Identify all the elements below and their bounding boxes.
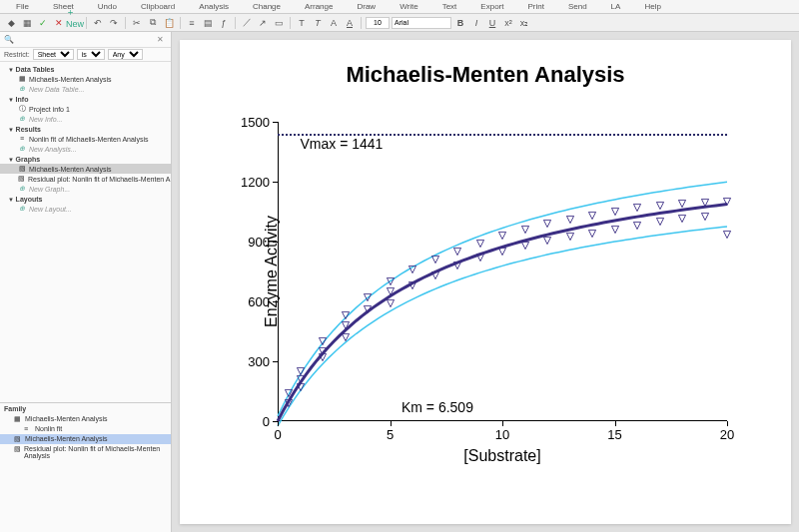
tool-copy-icon[interactable]: ⧉ <box>146 16 160 30</box>
data-point <box>341 321 350 330</box>
menu-write[interactable]: Write <box>400 2 418 11</box>
tool-x-icon[interactable]: ✕ <box>52 16 66 30</box>
nav-item-label: New Info... <box>29 116 62 123</box>
tool-bold-icon[interactable]: B <box>453 16 467 30</box>
tool-fx-icon[interactable]: ƒ <box>217 16 231 30</box>
menu-change[interactable]: Change <box>253 2 281 11</box>
data-point <box>296 383 305 392</box>
tool-table-icon[interactable]: ▦ <box>20 16 34 30</box>
search-input[interactable] <box>14 35 157 44</box>
x-tick-label: 0 <box>274 427 281 442</box>
nav-item[interactable]: ⊕New Analysis... <box>0 144 171 154</box>
tool-paste-icon[interactable]: 📋 <box>162 16 176 30</box>
nav-item-icon: ⊕ <box>18 85 26 93</box>
nav-section[interactable]: Info <box>0 94 171 104</box>
data-point <box>520 226 529 235</box>
data-point <box>700 199 709 208</box>
x-tick <box>391 421 392 426</box>
nav-item-icon: ▧ <box>18 175 25 183</box>
nav-item[interactable]: ⊕New Info... <box>0 114 171 124</box>
nav-item[interactable]: ▧Residual plot: Nonlin fit of Michaelis-… <box>0 174 171 184</box>
x-tick <box>615 421 616 426</box>
nav-item-label: Michaelis-Menten Analysis <box>29 166 111 173</box>
data-point <box>408 266 417 274</box>
menu-draw[interactable]: Draw <box>357 2 376 11</box>
menu-send[interactable]: Send <box>568 2 587 11</box>
menu-export[interactable]: Export <box>480 2 503 11</box>
family-item-label: Nonlin fit <box>35 425 62 433</box>
x-axis-label[interactable]: [Substrate] <box>463 447 540 465</box>
tool-draw-arrow-icon[interactable]: ↗ <box>256 16 270 30</box>
nav-section[interactable]: Results <box>0 124 171 134</box>
tool-text-t-icon[interactable]: T <box>311 16 325 30</box>
menu-la[interactable]: LA <box>611 2 621 11</box>
tool-sup-icon[interactable]: x² <box>501 16 515 30</box>
nav-item[interactable]: ≡Nonlin fit of Michaelis-Menten Analysis <box>0 134 171 144</box>
tool-check-icon[interactable]: ✓ <box>36 16 50 30</box>
tool-font-a-icon[interactable]: A <box>327 16 341 30</box>
data-point <box>565 216 574 225</box>
data-point <box>723 231 732 240</box>
tool-text-icon[interactable]: T <box>295 16 309 30</box>
tool-draw-line-icon[interactable]: ／ <box>240 16 254 30</box>
family-item[interactable]: ▦Michaelis-Menten Analysis <box>0 414 171 424</box>
tool-undo-icon[interactable]: ↶ <box>91 16 105 30</box>
y-tick <box>273 182 278 183</box>
menu-arrange[interactable]: Arrange <box>305 2 333 11</box>
tool-analyze-icon[interactable]: ≡ <box>185 16 199 30</box>
family-item[interactable]: ≡Nonlin fit <box>0 424 171 434</box>
nav-item-icon: ⓘ <box>18 105 26 113</box>
menu-bar: File Sheet Undo Clipboard Analysis Chang… <box>0 0 799 14</box>
nav-item[interactable]: ⊕New Layout... <box>0 204 171 214</box>
tool-underline-icon[interactable]: U <box>485 16 499 30</box>
tool-italic-icon[interactable]: I <box>469 16 483 30</box>
restrict-value[interactable]: Any <box>108 49 143 60</box>
menu-file[interactable]: File <box>16 2 29 11</box>
search-clear-icon[interactable]: ✕ <box>157 35 167 45</box>
tool-grid-icon[interactable]: ▤ <box>201 16 215 30</box>
data-point <box>610 226 619 235</box>
x-tick-label: 15 <box>607 427 621 442</box>
chart-title[interactable]: Michaelis-Menten Analysis <box>346 62 624 88</box>
nav-section[interactable]: Graphs <box>0 154 171 164</box>
data-point <box>296 367 305 376</box>
family-item[interactable]: ▧Michaelis-Menten Analysis <box>0 434 171 444</box>
tool-cut-icon[interactable]: ✂ <box>130 16 144 30</box>
font-name-select[interactable] <box>392 17 451 29</box>
nav-item[interactable]: ⊕New Graph... <box>0 184 171 194</box>
menu-undo[interactable]: Undo <box>98 2 117 11</box>
data-point <box>386 287 395 296</box>
tool-redo-icon[interactable]: ↷ <box>107 16 121 30</box>
tool-draw-rect-icon[interactable]: ▭ <box>272 16 286 30</box>
nav-item[interactable]: ⊕New Data Table... <box>0 84 171 94</box>
plot-area[interactable]: Enzyme Activity [Substrate] 030060090012… <box>278 122 727 421</box>
nav-section[interactable]: Data Tables <box>0 64 171 74</box>
tool-new-icon[interactable]: ＋New ▾ <box>68 16 82 30</box>
tool-font-color-icon[interactable]: A <box>343 16 357 30</box>
menu-clipboard[interactable]: Clipboard <box>141 2 175 11</box>
restrict-op[interactable]: is <box>77 49 105 60</box>
nav-item[interactable]: ⓘProject info 1 <box>0 104 171 114</box>
nav-item[interactable]: ▧Michaelis-Menten Analysis <box>0 164 171 174</box>
family-item[interactable]: ▧Residual plot: Nonlin fit of Michaelis-… <box>0 444 171 460</box>
y-tick <box>273 301 278 302</box>
tool-prism-icon[interactable]: ◆ <box>4 16 18 30</box>
data-point <box>498 232 507 241</box>
vmax-annotation[interactable]: Vmax = 1441 <box>301 136 384 152</box>
nav-item[interactable]: ▦Michaelis-Menten Analysis <box>0 74 171 84</box>
tool-sub-icon[interactable]: x₂ <box>517 16 531 30</box>
restrict-row: Restrict: Sheet is Any <box>0 48 171 62</box>
menu-help[interactable]: Help <box>644 2 660 11</box>
menu-print[interactable]: Print <box>527 2 543 11</box>
data-point <box>341 333 350 342</box>
graph-page[interactable]: Michaelis-Menten Analysis Enzyme Activit… <box>180 40 791 524</box>
menu-analysis[interactable]: Analysis <box>199 2 229 11</box>
restrict-field[interactable]: Sheet <box>33 49 74 60</box>
menu-text[interactable]: Text <box>442 2 457 11</box>
nav-section[interactable]: Layouts <box>0 194 171 204</box>
km-annotation[interactable]: Km = 6.509 <box>401 399 473 415</box>
nav-item-label: Project info 1 <box>29 106 70 113</box>
x-tick <box>278 421 279 426</box>
toolbar: ◆ ▦ ✓ ✕ ＋New ▾ ↶ ↷ ✂ ⧉ 📋 ≡ ▤ ƒ ／ ↗ ▭ T T… <box>0 14 799 32</box>
font-size-input[interactable] <box>366 17 390 29</box>
